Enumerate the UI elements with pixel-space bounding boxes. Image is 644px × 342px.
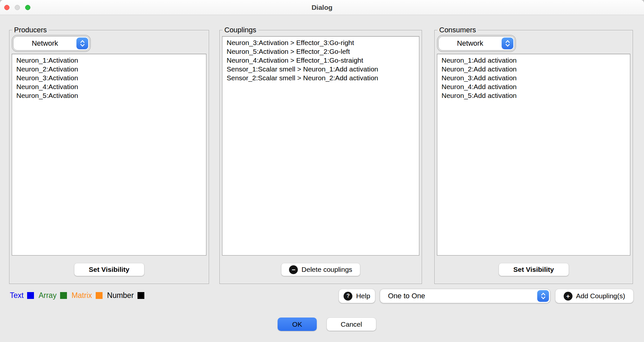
delete-couplings-label: Delete couplings bbox=[301, 266, 352, 273]
window-title: Dialog bbox=[0, 4, 644, 11]
plus-icon: + bbox=[564, 292, 572, 301]
legend-item-matrix: Matrix bbox=[72, 291, 103, 300]
couplings-title: Couplings bbox=[222, 25, 258, 35]
legend-swatch bbox=[137, 292, 144, 299]
cancel-button[interactable]: Cancel bbox=[327, 318, 376, 331]
list-item[interactable]: Sensor_1:Scalar smell > Neuron_1:Add act… bbox=[222, 65, 419, 73]
producers-panel: Producers Network Neuron_1:ActivationNeu… bbox=[9, 30, 209, 284]
legend-label: Number bbox=[107, 291, 134, 300]
list-item[interactable]: Neuron_3:Activation > Effector_3:Go-righ… bbox=[222, 38, 419, 47]
question-icon: ? bbox=[344, 292, 352, 301]
consumers-panel: Consumers Network Neuron_1:Add activatio… bbox=[434, 30, 633, 284]
consumers-set-visibility-button[interactable]: Set Visibility bbox=[499, 263, 569, 276]
legend-item-array: Array bbox=[39, 291, 67, 300]
legend-label: Matrix bbox=[72, 291, 92, 300]
legend-swatch bbox=[27, 292, 34, 299]
couplings-panel: Couplings Neuron_3:Activation > Effector… bbox=[219, 30, 422, 284]
titlebar[interactable]: Dialog bbox=[0, 0, 644, 15]
list-item[interactable]: Neuron_3:Add activation bbox=[437, 73, 630, 82]
add-couplings-button[interactable]: + Add Coupling(s) bbox=[555, 289, 634, 303]
list-item[interactable]: Neuron_1:Add activation bbox=[437, 56, 630, 65]
minimize-button[interactable] bbox=[15, 5, 20, 10]
legend-label: Text bbox=[10, 291, 24, 300]
list-item[interactable]: Neuron_4:Activation > Effector_1:Go-stra… bbox=[222, 56, 419, 65]
traffic-lights bbox=[4, 0, 30, 15]
zoom-button[interactable] bbox=[25, 5, 30, 10]
list-item[interactable]: Neuron_3:Activation bbox=[12, 73, 206, 82]
list-item[interactable]: Neuron_5:Add activation bbox=[437, 91, 630, 100]
legend-item-number: Number bbox=[107, 291, 144, 300]
delete-couplings-button[interactable]: − Delete couplings bbox=[281, 263, 360, 276]
consumers-network-dropdown[interactable]: Network bbox=[438, 36, 515, 51]
list-item[interactable]: Neuron_5:Activation > Effector_2:Go-left bbox=[222, 47, 419, 56]
help-label: Help bbox=[356, 292, 370, 300]
legend-label: Array bbox=[39, 291, 56, 300]
close-button[interactable] bbox=[4, 5, 9, 10]
add-couplings-label: Add Coupling(s) bbox=[576, 292, 625, 300]
consumers-list: Neuron_1:Add activationNeuron_2:Add acti… bbox=[437, 54, 630, 256]
list-item[interactable]: Neuron_5:Activation bbox=[12, 91, 206, 100]
producers-title: Producers bbox=[12, 25, 49, 35]
ok-button[interactable]: OK bbox=[278, 318, 317, 331]
list-item[interactable]: Sensor_2:Scalar smell > Neuron_2:Add act… bbox=[222, 73, 419, 82]
list-item[interactable]: Neuron_4:Add activation bbox=[437, 82, 630, 91]
dropdown-selected-value: Network bbox=[13, 39, 76, 48]
chevron-up-down-icon bbox=[537, 290, 549, 302]
consumers-title: Consumers bbox=[437, 25, 478, 35]
dialog-window: Dialog Producers Network Neuron_1:Activa… bbox=[0, 0, 644, 342]
type-color-legend: Text Array Matrix Number bbox=[10, 291, 149, 300]
producers-network-dropdown[interactable]: Network bbox=[13, 36, 89, 51]
legend-item-text: Text bbox=[10, 291, 34, 300]
legend-swatch bbox=[60, 292, 67, 299]
help-button[interactable]: ? Help bbox=[339, 289, 375, 303]
chevron-up-down-icon bbox=[502, 38, 513, 49]
footer: Text Array Matrix Number ? Help One to O… bbox=[0, 284, 644, 342]
couplings-list: Neuron_3:Activation > Effector_3:Go-righ… bbox=[222, 36, 419, 256]
list-item[interactable]: Neuron_1:Activation bbox=[12, 56, 206, 65]
list-item[interactable]: Neuron_2:Add activation bbox=[437, 65, 630, 73]
producers-list: Neuron_1:ActivationNeuron_2:ActivationNe… bbox=[12, 54, 206, 256]
producers-set-visibility-button[interactable]: Set Visibility bbox=[74, 263, 144, 276]
dropdown-selected-value: Network bbox=[439, 39, 502, 48]
legend-swatch bbox=[96, 292, 103, 299]
dropdown-selected-value: One to One bbox=[380, 292, 537, 300]
list-item[interactable]: Neuron_4:Activation bbox=[12, 82, 206, 91]
chevron-up-down-icon bbox=[76, 38, 88, 49]
list-item[interactable]: Neuron_2:Activation bbox=[12, 65, 206, 73]
minus-icon: − bbox=[289, 265, 298, 274]
coupling-mode-dropdown[interactable]: One to One bbox=[380, 289, 550, 303]
